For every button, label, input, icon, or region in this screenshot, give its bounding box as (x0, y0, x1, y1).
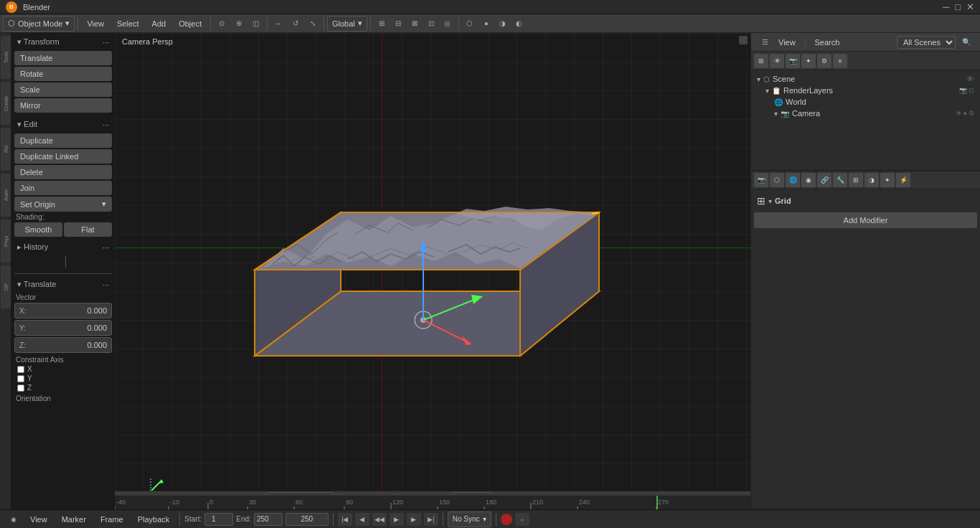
viewport[interactable]: Camera Persp (115, 33, 750, 509)
outliner-icon[interactable]: ☰ (757, 34, 773, 50)
y-axis-checkbox[interactable] (17, 375, 24, 382)
prop-scene-icon[interactable]: ⬡ (770, 173, 784, 187)
play-reverse-button[interactable]: ◀◀ (372, 513, 387, 526)
rendered-icon[interactable]: ◐ (512, 16, 527, 32)
scene-visibility-icon[interactable]: 👁 (966, 75, 974, 83)
menu-add[interactable]: Add (146, 18, 172, 29)
smooth-button[interactable]: Smooth (14, 222, 62, 237)
set-origin-dropdown[interactable]: Set Origin ▾ (14, 197, 112, 212)
tb-render-icon[interactable]: 📷 (786, 54, 800, 68)
timeline-ruler[interactable]: -40 -10 0 30 60 90 120 150 180 210 240 2… (115, 495, 750, 509)
translate-button[interactable]: Translate (14, 51, 112, 65)
camera-render-icon[interactable]: ● (963, 110, 967, 117)
outliner-item-scene[interactable]: ▾ ⬡ Scene 👁 (754, 73, 977, 85)
transform-icon-1[interactable]: ↔ (270, 16, 286, 32)
add-modifier-button[interactable]: Add Modifier (754, 212, 977, 228)
tb-settings-icon[interactable]: ≡ (833, 54, 847, 68)
tab-animation[interactable]: Anim (1, 174, 11, 217)
transform-section-header[interactable]: ▾ Transform ··· (14, 36, 112, 48)
scale-button[interactable]: Scale (14, 82, 112, 97)
scene-selector[interactable]: All Scenes (897, 36, 956, 49)
camera-vis-icon[interactable]: 👁 (956, 110, 962, 117)
prop-render-icon[interactable]: 📷 (754, 173, 768, 187)
outliner-item-camera[interactable]: ▾ 📷 Camera 👁 ● ⚙ (771, 108, 977, 119)
tab-tools[interactable]: Tools (1, 36, 11, 79)
menu-object[interactable]: Object (173, 18, 207, 29)
prop-data-icon[interactable]: ⊞ (849, 173, 863, 187)
renderlayers-icon-1[interactable]: 📷 (959, 87, 967, 94)
camera-extra-icon[interactable]: ⚙ (969, 110, 974, 117)
viewport-icon-1[interactable]: ⊙ (214, 16, 230, 32)
viewport-scroll-top[interactable] (739, 36, 748, 44)
x-axis-checkbox[interactable] (17, 366, 24, 373)
translate-panel-header[interactable]: ▾ Translate ··· (14, 278, 112, 291)
start-frame-input[interactable] (204, 513, 233, 526)
solid-icon[interactable]: ● (479, 16, 494, 32)
current-frame-display[interactable]: 250 (286, 513, 329, 526)
end-frame-input[interactable] (254, 513, 283, 526)
prop-object-icon[interactable]: ◉ (801, 173, 816, 187)
prop-physics-icon[interactable]: ⚡ (896, 173, 910, 187)
viewport-icon-2[interactable]: ⊕ (231, 16, 247, 32)
jump-start-button[interactable]: |◀ (338, 513, 352, 526)
prev-frame-button[interactable]: ◀ (355, 513, 369, 526)
snap-icon-2[interactable]: ⊟ (390, 16, 406, 32)
y-axis-label[interactable]: Y (17, 374, 109, 382)
play-button[interactable]: ▶ (390, 513, 404, 526)
timeline-view-menu[interactable]: View (24, 514, 53, 525)
tb-scene-icon[interactable]: ⊞ (754, 54, 768, 68)
mode-switcher[interactable]: ⬡ Object Mode ▾ (3, 16, 75, 32)
prop-constraints-icon[interactable]: 🔗 (817, 173, 831, 187)
record-button[interactable] (501, 514, 512, 525)
orientation-selector[interactable]: Global ▾ (327, 16, 367, 32)
close-icon[interactable]: ✕ (966, 1, 974, 12)
z-field[interactable]: Z: 0.000 (14, 337, 112, 353)
outliner-item-renderlayers[interactable]: ▾ 📋 RenderLayers 📷 ⊡ (763, 85, 977, 96)
prop-material-icon[interactable]: ◑ (864, 173, 879, 187)
timeline-marker-menu[interactable]: Marker (56, 514, 92, 525)
prop-particles-icon[interactable]: ✦ (880, 173, 895, 187)
wireframe-icon[interactable]: ⬡ (462, 16, 478, 32)
x-axis-label[interactable]: X (17, 365, 109, 373)
outliner-item-world[interactable]: 🌐 World (771, 96, 977, 108)
search-icon[interactable]: 🔍 (958, 34, 974, 50)
material-icon[interactable]: ◑ (495, 16, 511, 32)
tab-grease-pencil[interactable]: GP (1, 265, 11, 308)
tab-relations[interactable]: Rel (1, 128, 11, 171)
timeline-frame-menu[interactable]: Frame (95, 514, 129, 525)
mirror-button[interactable]: Mirror (14, 98, 112, 113)
join-button[interactable]: Join (14, 181, 112, 195)
delete-button[interactable]: Delete (14, 165, 112, 179)
jump-end-button[interactable]: ▶| (424, 513, 438, 526)
transform-icon-3[interactable]: ⤡ (305, 16, 321, 32)
y-field[interactable]: Y: 0.000 (14, 320, 112, 336)
renderlayers-icon-2[interactable]: ⊡ (969, 87, 974, 94)
prop-modifiers-icon[interactable]: 🔧 (833, 173, 847, 187)
tb-view-icon[interactable]: 👁 (770, 54, 784, 68)
proportional-edit-icon[interactable]: ◎ (440, 16, 456, 32)
window-controls[interactable]: ─ □ ✕ (943, 1, 974, 12)
timeline-playback-menu[interactable]: Playback (132, 514, 176, 525)
snap-icon-4[interactable]: ⊡ (423, 16, 439, 32)
snap-icon[interactable]: ⊞ (374, 16, 390, 32)
maximize-icon[interactable]: □ (955, 1, 961, 12)
tb-particles-icon[interactable]: ✦ (801, 54, 816, 68)
flat-button[interactable]: Flat (64, 222, 112, 237)
duplicate-button[interactable]: Duplicate (14, 133, 112, 148)
prop-world-icon[interactable]: 🌐 (786, 173, 800, 187)
history-section-header[interactable]: ▸ History ··· (14, 241, 112, 253)
edit-section-header[interactable]: ▾ Edit ··· (14, 118, 112, 131)
z-axis-label[interactable]: Z (17, 384, 109, 392)
transform-icon-2[interactable]: ↺ (288, 16, 303, 32)
sync-selector[interactable]: No Sync ▾ (448, 512, 491, 527)
snap-icon-3[interactable]: ⊠ (407, 16, 423, 32)
x-field[interactable]: X: 0.000 (14, 303, 112, 319)
menu-select[interactable]: Select (111, 18, 145, 29)
duplicate-linked-button[interactable]: Duplicate Linked (14, 149, 112, 164)
timeline-icon[interactable]: ◉ (6, 512, 22, 527)
tab-physics[interactable]: Phys (1, 220, 11, 263)
tab-create[interactable]: Create (1, 82, 11, 125)
next-frame-button[interactable]: ▶ (407, 513, 421, 526)
tb-physics-icon[interactable]: ⚙ (817, 54, 831, 68)
menu-view[interactable]: View (81, 18, 110, 29)
